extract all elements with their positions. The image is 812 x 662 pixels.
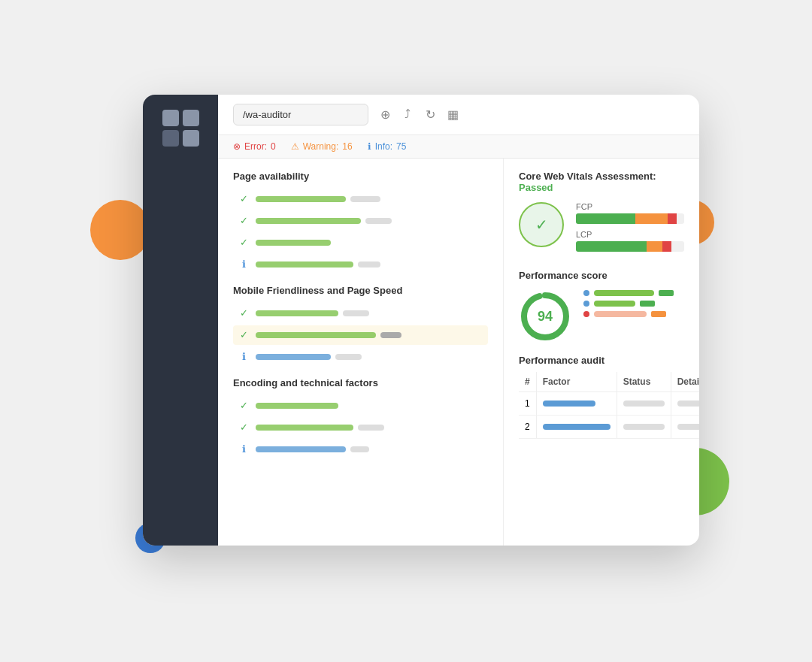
row-details — [671, 391, 699, 415]
bar-blue — [256, 446, 346, 452]
share-icon[interactable]: ⤴ — [400, 107, 415, 122]
content-area: Page availability ✓ ✓ — [218, 159, 699, 546]
bar-gray — [350, 446, 369, 452]
check-icon: ✓ — [238, 193, 250, 205]
info-icon: ℹ — [238, 443, 250, 455]
col-factor: Factor — [536, 372, 617, 392]
score-donut: 94 — [519, 290, 571, 343]
info-label: Info: — [375, 141, 392, 152]
cwv-section: ✓ FCP LCP — [519, 202, 684, 258]
info-icon: ℹ — [238, 258, 250, 271]
status-bar — [623, 424, 665, 430]
logo-block-4 — [183, 130, 199, 147]
bar-container — [256, 354, 483, 360]
bar-gray — [358, 425, 384, 431]
logo-block-3 — [162, 130, 179, 147]
bar-container — [256, 446, 483, 452]
cwv-badge: ✓ — [519, 202, 564, 247]
status-bar — [623, 401, 665, 407]
logo-block-2 — [183, 110, 199, 126]
perf-item — [583, 301, 684, 307]
bar-container — [256, 403, 483, 409]
perf-bar — [594, 290, 654, 296]
perf-item — [583, 311, 684, 317]
perf-item — [583, 290, 684, 296]
refresh-icon[interactable]: ↻ — [423, 107, 438, 122]
audit-row: ℹ — [233, 255, 488, 274]
perf-dash — [659, 290, 674, 296]
perf-dot — [583, 301, 589, 307]
left-panel: Page availability ✓ ✓ — [218, 159, 504, 546]
perf-dash — [640, 301, 655, 307]
audit-row-highlighted: ✓ — [233, 325, 488, 345]
bar-gray — [358, 261, 380, 268]
warning-icon: ⚠ — [291, 141, 299, 152]
section-page-availability: Page availability — [233, 171, 488, 182]
url-input[interactable] — [233, 104, 368, 125]
check-icon: ✓ — [238, 329, 250, 341]
section-encoding: Encoding and technical factors — [233, 377, 488, 388]
audit-row: ✓ — [233, 211, 488, 231]
audit-header: Performance audit — [519, 355, 684, 366]
row-num: 1 — [519, 391, 536, 415]
row-details — [671, 415, 699, 438]
perf-dot — [583, 311, 589, 317]
bar-green — [256, 240, 331, 246]
bar-blue — [256, 354, 331, 360]
bar-green — [256, 261, 353, 268]
main-content: ⊕ ⤴ ↻ ▦ ⊗ Error: 0 ⚠ Warning: 16 — [218, 95, 699, 546]
main-window: ⊕ ⤴ ↻ ▦ ⊗ Error: 0 ⚠ Warning: 16 — [143, 95, 699, 546]
perf-dot — [583, 290, 589, 296]
bar-green — [256, 332, 376, 338]
top-bar: ⊕ ⤴ ↻ ▦ — [218, 95, 699, 135]
error-icon: ⊗ — [233, 141, 241, 152]
section-mobile: Mobile Friendliness and Page Speed — [233, 285, 488, 296]
perf-section: 94 — [519, 290, 684, 343]
cwv-title: Core Web Vitals Assessment: — [519, 171, 656, 182]
bar-container — [256, 240, 483, 246]
cwv-header: Core Web Vitals Assessment: Passed — [519, 171, 684, 193]
lcp-red — [662, 241, 671, 252]
sidebar — [143, 95, 218, 546]
info-icon: ℹ — [238, 351, 250, 363]
audit-row: ✓ — [233, 396, 488, 416]
bar-container — [256, 425, 483, 431]
lcp-label: LCP — [576, 230, 684, 239]
fcp-label: FCP — [576, 202, 684, 211]
status-bar: ⊗ Error: 0 ⚠ Warning: 16 ℹ Info: 75 — [218, 135, 699, 159]
scene: ⊕ ⤴ ↻ ▦ ⊗ Error: 0 ⚠ Warning: 16 — [68, 50, 744, 613]
factor-bar — [543, 424, 611, 430]
col-details: Details — [671, 372, 699, 392]
info-status: ℹ Info: 75 — [368, 141, 407, 152]
warning-label: Warning: — [303, 141, 339, 152]
bar-green — [256, 403, 338, 409]
warning-status: ⚠ Warning: 16 — [291, 141, 353, 152]
logo-block-1 — [162, 110, 179, 126]
factor-bar — [543, 401, 595, 407]
sidebar-logo — [162, 110, 199, 147]
audit-row: ℹ — [233, 347, 488, 367]
details-bar — [677, 401, 699, 407]
warning-count: 16 — [342, 141, 352, 152]
details-bar — [677, 424, 699, 430]
bar-container — [256, 218, 483, 224]
bar-container — [256, 196, 483, 202]
deco-orange-left — [90, 200, 150, 260]
check-icon: ✓ — [238, 422, 250, 434]
fcp-red — [668, 213, 677, 224]
audit-table: # Factor Status Details 1 — [519, 372, 699, 439]
row-factor — [536, 415, 617, 438]
fcp-orange — [635, 213, 668, 224]
table-row: 1 — [519, 391, 699, 415]
audit-row: ℹ — [233, 440, 488, 459]
toolbar-icons: ⊕ ⤴ ↻ ▦ — [377, 107, 460, 122]
calendar-icon[interactable]: ▦ — [445, 107, 460, 122]
perf-items — [583, 290, 684, 343]
bar-container — [256, 332, 483, 338]
plus-icon[interactable]: ⊕ — [377, 107, 392, 122]
table-row: 2 — [519, 415, 699, 438]
bar-container — [256, 310, 483, 316]
right-panel: Core Web Vitals Assessment: Passed ✓ FCP — [504, 159, 699, 546]
bar-gray — [350, 196, 380, 202]
lcp-orange — [647, 241, 663, 252]
